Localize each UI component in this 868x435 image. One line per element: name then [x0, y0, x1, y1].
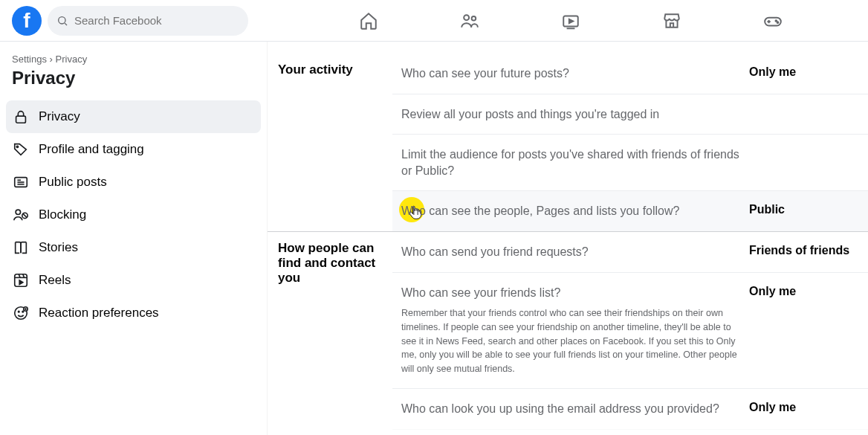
svg-line-19: [23, 213, 27, 217]
setting-row-review-posts[interactable]: Review all your posts and things you're …: [392, 94, 868, 135]
setting-label: Who can see your future posts?: [401, 65, 749, 82]
lock-icon: [12, 108, 30, 126]
setting-row-lookup-phone[interactable]: Who can look you up using the phone numb…: [392, 429, 868, 436]
svg-rect-20: [15, 274, 27, 287]
reels-icon: [12, 271, 30, 289]
setting-row-friends-list[interactable]: Who can see your friends list? Remember …: [392, 272, 868, 388]
svg-point-10: [777, 22, 779, 23]
svg-point-3: [472, 16, 476, 20]
sidebar-item-label: Reels: [39, 273, 71, 288]
setting-description: Remember that your friends control who c…: [401, 306, 743, 376]
nav-marketplace[interactable]: [654, 3, 690, 39]
sidebar-item-label: Privacy: [39, 109, 80, 124]
setting-label: Who can look you up using the email addr…: [401, 401, 749, 417]
nav-home[interactable]: [351, 3, 386, 39]
setting-value: Only me: [749, 65, 853, 79]
book-icon: [12, 239, 30, 257]
search-icon: [56, 15, 68, 27]
svg-point-9: [775, 20, 777, 22]
setting-label: Who can see the people, Pages and lists …: [401, 203, 749, 219]
setting-label: Review all your posts and things you're …: [401, 106, 749, 123]
left-panel: Settings › Privacy Privacy Privacy Profi…: [0, 42, 268, 435]
sidebar-item-profile-tagging[interactable]: Profile and tagging: [6, 133, 261, 166]
svg-line-1: [65, 23, 67, 25]
top-bar: f: [0, 0, 868, 42]
svg-point-12: [16, 146, 18, 147]
svg-point-0: [59, 16, 65, 23]
sidebar-item-public-posts[interactable]: Public posts: [6, 166, 261, 199]
sidebar-item-reaction-preferences[interactable]: Reaction preferences: [6, 297, 261, 329]
nav-friends[interactable]: [452, 3, 488, 39]
svg-point-25: [19, 311, 19, 312]
svg-rect-11: [16, 116, 26, 123]
setting-value: Friends of friends: [749, 244, 853, 257]
smile-icon: [12, 304, 30, 322]
main-content: Your activity Who can see your future po…: [268, 42, 868, 435]
breadcrumb[interactable]: Settings › Privacy: [6, 54, 261, 65]
setting-value: Only me: [749, 401, 853, 414]
search-input[interactable]: [74, 14, 239, 27]
tag-icon: [12, 141, 30, 158]
svg-point-26: [22, 311, 23, 312]
svg-point-17: [16, 210, 20, 214]
setting-label: Limit the audience for posts you've shar…: [401, 146, 749, 178]
sidebar-item-stories[interactable]: Stories: [6, 231, 261, 264]
sidebar-item-reels[interactable]: Reels: [6, 264, 261, 297]
newspaper-icon: [12, 173, 30, 191]
sidebar-item-label: Stories: [39, 240, 78, 255]
page-title: Privacy: [6, 65, 261, 100]
setting-row-who-can-see-follow[interactable]: Who can see the people, Pages and lists …: [392, 190, 868, 231]
svg-point-2: [464, 15, 469, 20]
setting-row-future-posts[interactable]: Who can see your future posts? Only me: [392, 54, 868, 94]
facebook-logo[interactable]: f: [12, 6, 42, 36]
sidebar-item-label: Profile and tagging: [39, 142, 144, 157]
setting-row-friend-requests[interactable]: Who can send you friend requests? Friend…: [392, 232, 868, 272]
setting-value: Public: [749, 203, 853, 216]
setting-value: Only me: [749, 285, 853, 298]
setting-row-lookup-email[interactable]: Who can look you up using the email addr…: [392, 388, 868, 429]
setting-label: Who can send you friend requests?: [401, 244, 749, 260]
sidebar-item-label: Blocking: [39, 207, 86, 222]
nav-watch[interactable]: [553, 3, 589, 39]
section-title: How people can find and contact you: [268, 232, 392, 435]
section-title: Your activity: [268, 54, 392, 231]
sidebar-item-blocking[interactable]: Blocking: [6, 199, 261, 231]
nav-gaming[interactable]: [755, 3, 791, 39]
search-container[interactable]: [48, 6, 248, 36]
setting-row-limit-audience[interactable]: Limit the audience for posts you've shar…: [392, 134, 868, 190]
sidebar-item-label: Public posts: [39, 175, 107, 190]
sidebar-item-label: Reaction preferences: [39, 306, 159, 320]
section-your-activity: Your activity Who can see your future po…: [268, 54, 868, 232]
section-find-contact: How people can find and contact you Who …: [268, 232, 868, 435]
top-nav: [285, 3, 856, 39]
sidebar-item-privacy[interactable]: Privacy: [6, 100, 261, 133]
setting-label: Who can see your friends list? Remember …: [401, 285, 749, 376]
block-icon: [12, 206, 30, 224]
